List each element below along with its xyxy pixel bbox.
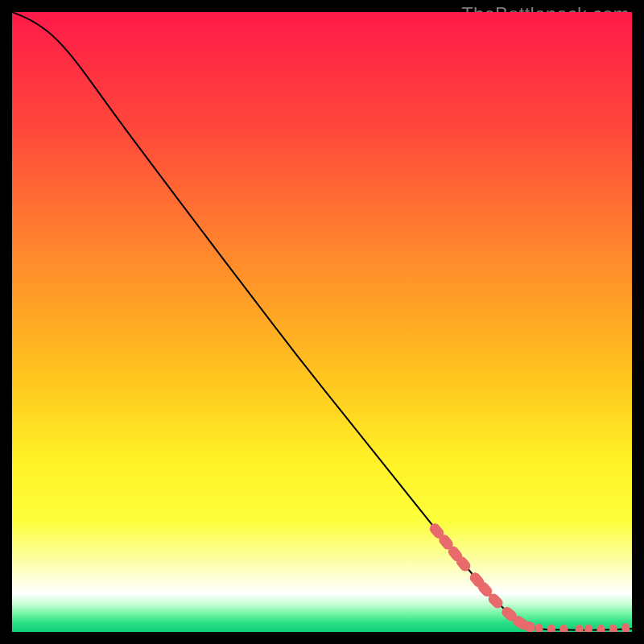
chart-stage: TheBottleneck.com [0,0,644,644]
chart-plot [12,12,632,632]
plot-background [12,12,632,632]
